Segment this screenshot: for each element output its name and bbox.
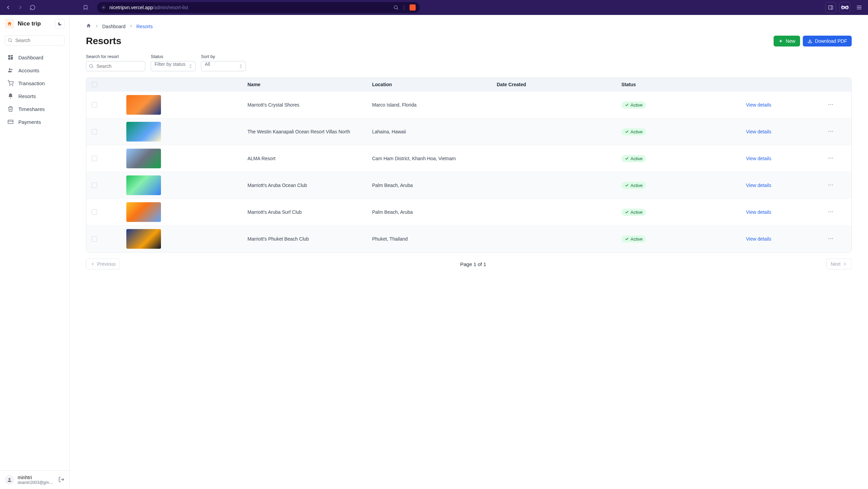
table-row: Marriott's Aruba Surf ClubPalm Beach, Ar…	[86, 199, 851, 226]
svg-point-42	[830, 211, 831, 212]
search-icon[interactable]	[393, 5, 399, 10]
sidebar-item-transaction[interactable]: Transaction	[3, 77, 67, 90]
sidebar-item-label: Resorts	[18, 93, 36, 99]
svg-point-1	[394, 6, 397, 9]
svg-point-44	[828, 238, 829, 239]
resort-location: Cam Ham District, Khanh Hoa, Vietnam	[367, 145, 491, 172]
sidebar-item-label: Payments	[18, 119, 41, 125]
resort-name: ALMA Resort	[242, 145, 367, 172]
svg-point-5	[842, 7, 844, 8]
chevron-right-icon	[95, 24, 99, 29]
sidebar-item-timeshares[interactable]: Timeshares	[3, 102, 67, 115]
bookmark-icon[interactable]	[81, 3, 90, 12]
new-button[interactable]: New	[774, 36, 800, 46]
view-details-link[interactable]: View details	[746, 129, 771, 134]
select-all-checkbox[interactable]	[92, 82, 97, 87]
status-select[interactable]: Filter by status	[151, 61, 196, 71]
status-badge: Active	[621, 236, 646, 243]
moon-icon	[57, 21, 62, 26]
more-actions-button[interactable]	[828, 155, 834, 161]
site-settings-icon	[101, 5, 106, 10]
sidebar-item-accounts[interactable]: Accounts	[3, 64, 67, 77]
breadcrumb-dashboard[interactable]: Dashboard	[102, 24, 126, 29]
svg-line-2	[397, 8, 398, 10]
resort-location: Lahaina, Hawaii	[367, 118, 491, 145]
user-name: minhtri	[18, 475, 55, 480]
search-icon	[7, 38, 13, 44]
resort-date	[491, 226, 616, 252]
browser-reload-button[interactable]	[28, 3, 37, 12]
menu-icon[interactable]	[854, 2, 865, 13]
sidebar-item-label: Timeshares	[18, 106, 45, 112]
row-checkbox[interactable]	[92, 236, 97, 242]
svg-point-46	[832, 238, 833, 239]
svg-point-29	[828, 104, 829, 105]
sidebar-item-resorts[interactable]: Resorts	[3, 90, 67, 102]
sidebar-search-input[interactable]	[5, 35, 65, 45]
svg-rect-15	[8, 58, 10, 60]
logout-button[interactable]	[58, 476, 65, 484]
browser-chrome: nicetripvn.vercel.app/admin/resort-list …	[0, 0, 868, 15]
resort-name: Marriott's Aruba Surf Club	[242, 199, 367, 226]
row-checkbox[interactable]	[92, 156, 97, 161]
view-details-link[interactable]: View details	[746, 183, 771, 188]
more-actions-button[interactable]	[828, 182, 834, 188]
svg-point-36	[830, 157, 831, 158]
view-details-link[interactable]: View details	[746, 236, 771, 242]
row-checkbox[interactable]	[92, 102, 97, 108]
resort-location: Palm Beach, Aruba	[367, 172, 491, 199]
avatar	[5, 475, 14, 485]
svg-point-6	[846, 7, 847, 8]
sidebar-toggle-icon[interactable]	[825, 2, 836, 13]
view-details-link[interactable]: View details	[746, 209, 771, 215]
search-label: Search for resort	[86, 54, 145, 59]
chevron-right-icon	[129, 24, 133, 29]
brave-shield-icon[interactable]	[410, 4, 416, 11]
previous-button[interactable]: Previous	[86, 259, 120, 269]
view-details-link[interactable]: View details	[746, 102, 771, 108]
url-bar[interactable]: nicetripvn.vercel.app/admin/resort-list …	[97, 2, 420, 13]
cart-icon	[7, 80, 14, 86]
sidebar-item-dashboard[interactable]: Dashboard	[3, 51, 67, 64]
resort-name: Marriott's Crystal Shores	[242, 92, 367, 118]
home-icon[interactable]	[86, 23, 91, 30]
breadcrumb: Dashboard Resorts	[86, 23, 852, 30]
view-details-link[interactable]: View details	[746, 156, 771, 161]
more-actions-button[interactable]	[828, 236, 834, 242]
dashboard-icon	[7, 54, 14, 60]
download-pdf-button[interactable]: Download PDF	[803, 36, 852, 46]
row-checkbox[interactable]	[92, 129, 97, 134]
search-icon	[89, 63, 94, 70]
browser-back-button[interactable]	[3, 3, 13, 12]
svg-line-11	[11, 41, 12, 42]
svg-point-35	[828, 157, 829, 158]
status-badge: Active	[621, 209, 646, 216]
search-input[interactable]	[86, 61, 145, 71]
theme-toggle[interactable]	[55, 19, 65, 29]
browser-forward-button[interactable]	[16, 3, 25, 12]
sidebar-item-label: Dashboard	[18, 55, 43, 60]
chevron-right-icon	[843, 262, 847, 266]
svg-rect-13	[11, 55, 13, 56]
svg-rect-20	[8, 120, 13, 124]
plus-icon	[778, 39, 783, 43]
resort-date	[491, 145, 616, 172]
svg-point-45	[830, 238, 831, 239]
col-date: Date Created	[491, 78, 616, 92]
more-actions-button[interactable]	[828, 128, 834, 134]
download-icon	[808, 39, 812, 43]
svg-point-22	[8, 478, 10, 480]
table-row: Marriott's Aruba Ocean ClubPalm Beach, A…	[86, 172, 851, 199]
next-button[interactable]: Next	[826, 259, 852, 269]
breadcrumb-current: Resorts	[137, 24, 153, 29]
sidebar-item-payments[interactable]: Payments	[3, 115, 67, 128]
more-actions-button[interactable]	[828, 101, 834, 108]
trash-icon	[7, 106, 14, 112]
sort-select[interactable]: All	[201, 61, 246, 71]
more-actions-button[interactable]	[828, 209, 834, 215]
resort-location: Marco Island, Florida	[367, 92, 491, 118]
resort-date	[491, 118, 616, 145]
private-mode-icon[interactable]	[839, 2, 850, 13]
row-checkbox[interactable]	[92, 209, 97, 215]
row-checkbox[interactable]	[92, 183, 97, 188]
